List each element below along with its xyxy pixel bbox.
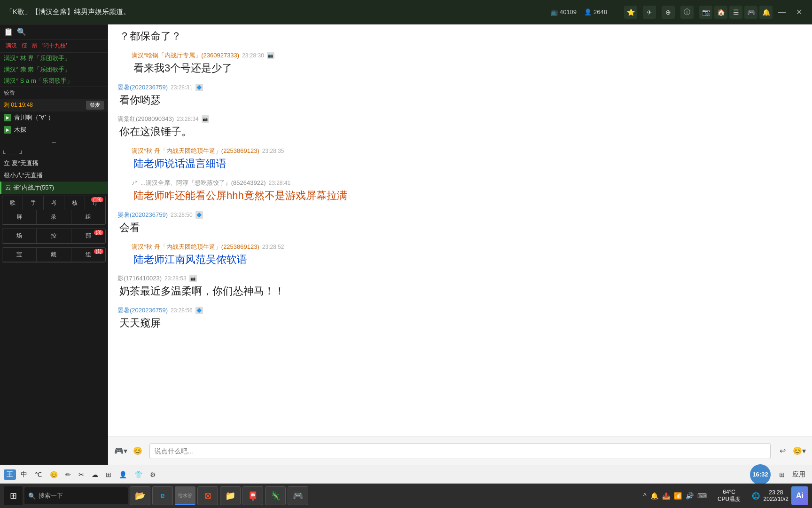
taskbar-mail[interactable]: 📮	[242, 486, 263, 505]
systray-notify[interactable]: 🔔	[649, 491, 659, 500]
message-content-2: 看来我3个号还是少了	[132, 61, 803, 76]
taskbar-explorer[interactable]: 📂	[130, 486, 150, 505]
panel-control: 场 控 部 (3)	[2, 229, 106, 244]
taskbar-ie[interactable]: e	[152, 486, 173, 505]
message-content-4: 你在这浪锤子。	[117, 125, 803, 139]
panel-cell-zu2[interactable]: 组 (1)	[71, 248, 105, 262]
info-icon[interactable]: ⓘ	[680, 6, 694, 19]
taskbar-folder[interactable]: 📁	[220, 486, 241, 505]
panel-cell-chang[interactable]: 场	[2, 229, 37, 243]
taskbar-clock: 23:28 2022/10/2	[764, 489, 789, 502]
face-icon[interactable]: 😊	[131, 444, 145, 458]
systray-expand[interactable]: ^	[642, 491, 648, 500]
msg-time-10: 23:28:56	[171, 307, 193, 314]
taskbar-email[interactable]: 给水管	[175, 486, 195, 505]
ime-shirt[interactable]: 👕	[132, 470, 145, 479]
home-icon[interactable]: 🏠	[714, 6, 727, 19]
username-qingchuan: 青川啊（ˇ∀ˇ ）	[14, 113, 54, 122]
ime-apps-btn[interactable]: 应用	[789, 469, 808, 480]
menu-icon[interactable]: ☰	[729, 6, 742, 19]
systray-keyboard[interactable]: ⌨	[696, 491, 708, 500]
msg-icon-3: 🔷	[195, 84, 203, 91]
taskbar-search[interactable]: 🔍 搜索一下	[24, 487, 128, 504]
message-content-6: 陆老师咋还能看公屏hhh竟然不是游戏屏幕拉满	[132, 189, 803, 203]
emoji-send-icon[interactable]: 😊▾	[792, 444, 806, 458]
ime-clock: 16:32	[750, 464, 771, 485]
panel-cell-shou[interactable]: 手	[23, 196, 44, 210]
panel-cell-kao[interactable]: 考	[44, 196, 64, 210]
star-icon[interactable]: ⭐	[624, 6, 637, 19]
panel-cell-ting[interactable]: 厅 (19)	[85, 196, 105, 210]
user-icon: 👤	[584, 8, 592, 16]
panel-cell-kong[interactable]: 控	[37, 229, 71, 243]
bell-icon[interactable]: 🔔	[759, 6, 773, 19]
message-header-8: 满汉°秋 舟「内战天团绝顶牛逼」(2253869123) 23:28:52	[132, 243, 803, 251]
start-button[interactable]: ⊞	[4, 486, 23, 505]
minimize-button[interactable]: —	[774, 5, 789, 20]
panel-cell-bao[interactable]: 宝	[2, 248, 37, 262]
window-controls: 📷 🏠 ☰ 🎮 🔔 — ✕	[699, 5, 806, 20]
ime-emoji[interactable]: 😊	[47, 470, 61, 479]
taskbar-office[interactable]: ⊠	[197, 486, 218, 505]
message-header-4: 满棠红(2908090343) 23:28:34 📷	[117, 115, 803, 123]
panel-cell-lu[interactable]: 录	[37, 210, 71, 224]
systray-wifi[interactable]: 📶	[673, 491, 683, 500]
ime-win-icon[interactable]: ⊞	[776, 469, 788, 480]
message-header-10: 晏暑(2020236759) 23:28:56 🔷	[117, 306, 803, 315]
room-xia[interactable]: 立 夏°无直播	[0, 157, 108, 169]
panel-cell-ge[interactable]: 歌	[2, 196, 23, 210]
panel-cell-bu[interactable]: 部 (3)	[71, 229, 105, 243]
send-icon[interactable]: ↩	[775, 444, 789, 458]
panel-cell-he[interactable]: 核	[64, 196, 85, 210]
msg-username-9: 影(1716410023)	[117, 274, 162, 283]
room-xiaoba[interactable]: 根小八°无直播	[0, 169, 108, 182]
chat-input-area: 🎮▾ 😊 ↩ 😊▾	[108, 437, 812, 465]
message-header-9: 影(1716410023) 23:28:53 📷	[117, 274, 803, 283]
ime-settings[interactable]: ⚙	[147, 470, 159, 479]
game-icon[interactable]: 🎮	[744, 6, 757, 19]
room-yunjue[interactable]: 云 雀°内战厅(557)	[0, 182, 108, 194]
msg-username-8: 满汉°秋 舟「内战天团绝顶牛逼」(2253869123)	[132, 243, 259, 251]
user-item-mutan[interactable]: ▶ 木探	[0, 124, 108, 136]
ting-badge: (19)	[91, 197, 103, 202]
ime-scissors[interactable]: ✂	[76, 470, 87, 479]
ime-cloud[interactable]: ☁	[89, 470, 101, 479]
panel-cell-ping[interactable]: 屏	[2, 210, 37, 224]
mute-button[interactable]: 禁麦	[86, 101, 104, 110]
ime-person[interactable]: 👤	[116, 470, 130, 479]
systray-upload[interactable]: 📤	[661, 491, 671, 500]
close-button[interactable]: ✕	[791, 5, 806, 20]
msg-time-9: 23:28:53	[164, 275, 187, 282]
ime-grid[interactable]: ⊞	[103, 470, 114, 479]
message-header-3: 晏暑(2020236759) 23:28:31 🔷	[117, 83, 803, 92]
channel-title: 「K歌」【满汉全席】纯男声娱乐频道。	[6, 8, 550, 16]
user-item-qingchuan[interactable]: ▶ 青川啊（ˇ∀ˇ ）	[0, 111, 108, 124]
systray-globe[interactable]: 🌐	[751, 491, 761, 500]
share-icon[interactable]: ⊕	[662, 6, 675, 19]
member-sam[interactable]: 满汉° S a m「乐团歌手」	[0, 75, 108, 87]
username-mutan: 木探	[14, 126, 26, 134]
chat-input[interactable]	[149, 443, 771, 459]
member-lin[interactable]: 满汉° 林 界「乐团歌手」	[0, 53, 108, 64]
sidebar-search-bar[interactable]: 📋 🔍	[0, 24, 108, 40]
panel-cell-zu[interactable]: 组	[71, 210, 105, 224]
camera-icon[interactable]: 📷	[699, 6, 712, 19]
member-chong[interactable]: 满汉° 崇 崇「乐团歌手」	[0, 64, 108, 75]
empty-indicator: ~	[0, 136, 108, 150]
taskbar-game[interactable]: 🎮	[288, 486, 308, 505]
message-item-8: 满汉°秋 舟「内战天团绝顶牛逼」(2253869123) 23:28:52 陆老…	[117, 243, 803, 267]
fly-icon[interactable]: ✈	[643, 6, 656, 19]
ime-zhong[interactable]: 中	[18, 469, 30, 480]
msg-time-6: 23:28:41	[269, 180, 291, 186]
systray-volume[interactable]: 🔊	[685, 491, 695, 500]
ai-button[interactable]: Ai	[791, 486, 808, 505]
ime-wang[interactable]: 王	[4, 469, 16, 480]
taskbar: ⊞ 🔍 搜索一下 📂 e 给水管 ⊠ 📁 📮 🦎 🎮 ^ 🔔 📤 📶 🔊 ⌨ 6…	[0, 484, 812, 508]
taskbar-gecko[interactable]: 🦎	[265, 486, 286, 505]
ime-celsius[interactable]: ℃	[32, 470, 45, 479]
section-label: 较香	[0, 87, 108, 99]
room-name-yunjue: 云 雀°内战厅(557)	[5, 183, 54, 192]
gamepad-icon[interactable]: 🎮▾	[114, 444, 128, 458]
ime-pencil[interactable]: ✏	[62, 470, 74, 479]
panel-cell-cang[interactable]: 藏	[37, 248, 71, 262]
